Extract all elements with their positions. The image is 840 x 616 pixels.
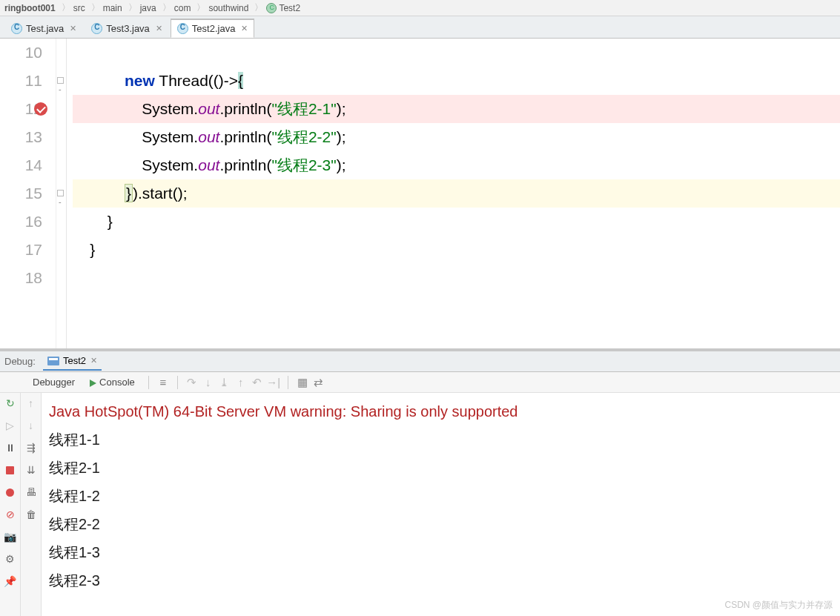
close-icon[interactable]: ✕ [90, 356, 97, 365]
pause-icon[interactable]: ⏸ [3, 440, 18, 455]
breadcrumb: ringboot001〉 src〉 main〉 java〉 com〉 south… [0, 0, 840, 16]
crumb[interactable]: java [140, 3, 156, 13]
console-line: 线程1-1 [49, 425, 833, 454]
down-icon[interactable]: ↓ [24, 418, 39, 433]
debug-header: Debug: Test2 ✕ [0, 351, 840, 372]
tab-console[interactable]: Console [82, 374, 142, 391]
step-out-icon[interactable]: ↑ [233, 374, 249, 391]
mute-breakpoints-icon[interactable]: ⊘ [3, 507, 18, 522]
up-icon[interactable]: ↑ [24, 396, 39, 411]
code-area[interactable]: new Thread(()->{ System.out.println("线程2… [67, 39, 840, 348]
console-line: 线程2-3 [49, 566, 833, 595]
code-editor[interactable]: 101112131415161718 new Thread(()->{ Syst… [0, 39, 840, 348]
settings-gear-icon[interactable]: ⚙ [3, 552, 18, 566]
tab-debugger[interactable]: Debugger [25, 374, 82, 391]
tab-label: Test2.java [192, 23, 236, 34]
class-icon [266, 3, 277, 13]
debug-tab-label: Test2 [63, 355, 86, 366]
debug-config-tab[interactable]: Test2 ✕ [43, 352, 102, 371]
soft-wrap-icon[interactable]: ≡ [155, 374, 171, 391]
file-tabs: Test.java ✕ Test3.java ✕ Test2.java ✕ [0, 16, 840, 39]
debug-toolbar: Debugger Console ≡ ↷ ↓ ⤓ ↑ ↶ →| ▦ ⇄ [0, 372, 840, 393]
evaluate-icon[interactable]: ▦ [294, 374, 311, 391]
stop-icon[interactable] [3, 463, 18, 477]
force-step-into-icon[interactable]: ⤓ [216, 374, 233, 391]
wrap-icon[interactable]: ⇶ [24, 440, 39, 455]
console-line: 线程2-1 [49, 454, 833, 482]
tab-label: Test3.java [106, 23, 150, 34]
console-left-toolbar: ↑ ↓ ⇶ ⇊ 🖶 🗑 [21, 393, 42, 616]
scroll-icon[interactable]: ⇊ [24, 463, 39, 477]
crumb[interactable]: southwind [208, 3, 248, 13]
crumb[interactable]: Test2 [279, 3, 300, 13]
resume-icon[interactable]: ▷ [3, 418, 18, 433]
step-into-icon[interactable]: ↓ [200, 374, 216, 391]
close-icon[interactable]: ✕ [156, 24, 162, 33]
debug-label: Debug: [4, 356, 36, 367]
java-class-icon [177, 23, 188, 34]
console-line: 线程1-2 [49, 482, 833, 510]
fold-toggle-icon[interactable] [57, 190, 64, 196]
console-output[interactable]: Java HotSpot(TM) 64-Bit Server VM warnin… [42, 393, 840, 616]
crumb[interactable]: src [73, 3, 85, 13]
crumb[interactable]: main [103, 3, 122, 13]
play-icon [90, 380, 96, 387]
console-line: 线程2-2 [49, 510, 833, 538]
view-breakpoints-icon[interactable] [3, 485, 18, 500]
crumb[interactable]: ringboot001 [4, 3, 56, 13]
breakpoint-icon[interactable] [34, 102, 47, 116]
gutter[interactable]: 101112131415161718 [0, 39, 56, 348]
debug-body: ↻ ▷ ⏸ ⊘ 📷 ⚙ 📌 ↑ ↓ ⇶ ⇊ 🖶 🗑 Java HotSpot(T… [0, 393, 840, 616]
crumb[interactable]: com [174, 3, 191, 13]
tab-test[interactable]: Test.java ✕ [4, 19, 83, 38]
tab-test2[interactable]: Test2.java ✕ [171, 19, 255, 38]
java-class-icon [91, 23, 102, 34]
console-error-line: Java HotSpot(TM) 64-Bit Server VM warnin… [49, 397, 833, 425]
drop-frame-icon[interactable]: ↶ [249, 374, 265, 391]
application-icon [47, 357, 59, 365]
run-to-cursor-icon[interactable]: →| [265, 374, 282, 391]
close-icon[interactable]: ✕ [70, 24, 76, 33]
clear-icon[interactable]: 🗑 [24, 507, 39, 522]
tab-label: Test.java [26, 23, 64, 34]
console-line: 线程1-3 [49, 538, 833, 566]
rerun-icon[interactable]: ↻ [3, 396, 18, 411]
java-class-icon [11, 23, 22, 34]
watermark: CSDN @颜值与实力并存源 [724, 599, 833, 612]
pin-icon[interactable]: 📌 [3, 574, 18, 589]
camera-icon[interactable]: 📷 [3, 529, 18, 544]
fold-column[interactable] [56, 39, 67, 348]
print-icon[interactable]: 🖶 [24, 485, 39, 500]
settings-icon[interactable]: ⇄ [311, 374, 327, 391]
fold-toggle-icon[interactable] [57, 77, 64, 84]
tab-test3[interactable]: Test3.java ✕ [85, 19, 169, 38]
step-over-icon[interactable]: ↷ [184, 374, 200, 391]
debug-left-toolbar: ↻ ▷ ⏸ ⊘ 📷 ⚙ 📌 [0, 393, 21, 616]
close-icon[interactable]: ✕ [241, 24, 248, 33]
